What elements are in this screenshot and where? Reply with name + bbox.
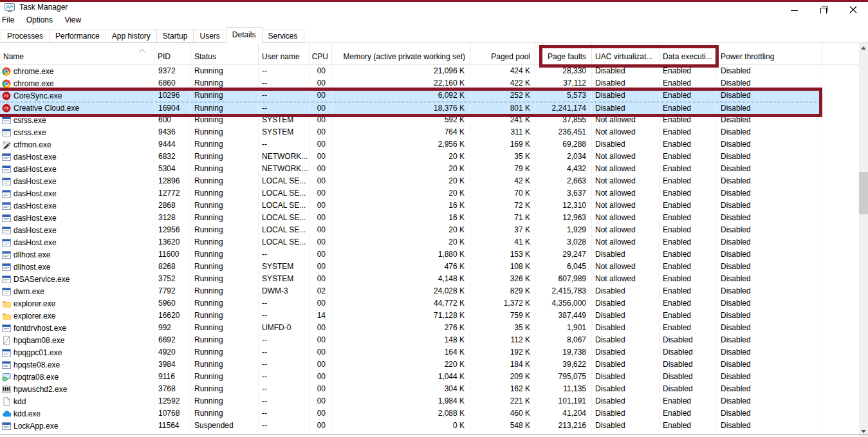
tab-processes[interactable]: Processes bbox=[1, 30, 50, 42]
menu-file[interactable]: File bbox=[2, 14, 14, 26]
tab-services[interactable]: Services bbox=[262, 30, 304, 42]
process-row-creative-cloud.exe[interactable]: Creative Cloud.exe16904Running--0018,376… bbox=[0, 102, 822, 114]
cell-name: csrss.exe bbox=[0, 126, 154, 138]
process-row-dashost.exe[interactable]: dasHost.exe5304RunningNETWORK...0020 K79… bbox=[0, 163, 822, 175]
process-row-hpqgpc01.exe[interactable]: hpqgpc01.exe4920Running--00164 K192 K19,… bbox=[0, 346, 822, 358]
cell-paged_pool: 72 K bbox=[470, 200, 535, 212]
column-header-dep[interactable]: Data executi... bbox=[660, 43, 716, 64]
cell-uac: Disabled bbox=[592, 310, 660, 322]
cell-power: Disabled bbox=[716, 297, 822, 310]
scroll-up-button[interactable] bbox=[859, 43, 868, 52]
cell-cpu: 00 bbox=[309, 65, 332, 77]
column-header-status[interactable]: Status bbox=[191, 43, 259, 64]
process-row-dashost.exe[interactable]: dasHost.exe12956RunningLOCAL SE...0020 K… bbox=[0, 224, 822, 236]
process-name: dllhost.exe bbox=[14, 261, 50, 273]
cell-user: -- bbox=[259, 383, 309, 395]
column-header-cpu[interactable]: CPU bbox=[309, 43, 332, 64]
column-header-pid[interactable]: PID bbox=[154, 43, 191, 64]
barcode-icon bbox=[2, 385, 11, 394]
column-header-name[interactable]: Name bbox=[0, 43, 154, 64]
cell-uac: Disabled bbox=[592, 102, 660, 114]
column-header-power[interactable]: Power throttling bbox=[716, 43, 822, 64]
cell-pid: 12896 bbox=[154, 175, 191, 187]
process-row-hpwuschd2.exe[interactable]: hpwuschd2.exe3768Running--00304 K162 K11… bbox=[0, 383, 822, 395]
process-row-chrome.exe[interactable]: chrome.exe9372Running--0021,096 K424 K28… bbox=[0, 65, 822, 77]
tab-startup[interactable]: Startup bbox=[156, 30, 194, 42]
process-row-dllhost.exe[interactable]: dllhost.exe8268RunningSYSTEM00476 K108 K… bbox=[0, 261, 822, 273]
cell-name: dasHost.exe bbox=[0, 175, 154, 187]
cell-memory: 16 K bbox=[332, 200, 470, 212]
process-row-hpqbam08.exe[interactable]: hpqbam08.exe6692Running--00148 K112 K8,0… bbox=[0, 334, 822, 346]
process-row-dashost.exe[interactable]: dasHost.exe13620RunningLOCAL SE...0020 K… bbox=[0, 236, 822, 248]
cell-page_faults: 236,451 bbox=[535, 126, 592, 138]
process-row-kdd.exe[interactable]: kdd.exe10768Running--002,088 K460 K41,20… bbox=[0, 407, 822, 420]
cell-uac: Disabled bbox=[592, 138, 660, 151]
column-header-memory[interactable]: Memory (active private working set) bbox=[332, 43, 470, 64]
process-row-dllhost.exe[interactable]: dllhost.exe11600Running--001,880 K153 K2… bbox=[0, 248, 822, 261]
process-row-kdd[interactable]: kdd12592Running--001,984 K221 K101,191Di… bbox=[0, 395, 822, 407]
column-header-user[interactable]: User name bbox=[259, 43, 309, 64]
scrollbar-thumb[interactable] bbox=[859, 172, 868, 214]
cell-name: dasHost.exe bbox=[0, 187, 154, 200]
cell-page_faults: 12,963 bbox=[535, 212, 592, 224]
column-header-paged_pool[interactable]: Paged pool bbox=[470, 43, 535, 64]
process-row-dashost.exe[interactable]: dasHost.exe12896RunningLOCAL SE...0020 K… bbox=[0, 175, 822, 187]
process-row-explorer.exe[interactable]: explorer.exe5960Running--0044,772 K1,372… bbox=[0, 297, 822, 310]
task-manager-window: Task Manager File Options View Processes… bbox=[0, 0, 868, 437]
column-header-uac[interactable]: UAC virtualizat... bbox=[592, 43, 660, 64]
process-row-coresync.exe[interactable]: CoreSync.exe10296Running--006,092 K252 K… bbox=[0, 89, 822, 102]
cell-pid: 13620 bbox=[154, 236, 191, 248]
tab-app-history[interactable]: App history bbox=[106, 30, 157, 42]
cell-power: Disabled bbox=[716, 358, 822, 371]
vertical-scrollbar[interactable] bbox=[859, 43, 868, 437]
process-row-csrss.exe[interactable]: csrss.exe9436RunningSYSTEM00764 K311 K23… bbox=[0, 126, 822, 138]
cell-paged_pool: 829 K bbox=[470, 285, 535, 297]
cell-paged_pool: 326 K bbox=[470, 273, 535, 285]
process-row-dwm.exe[interactable]: dwm.exe7792RunningDWM-30224,028 K829 K2,… bbox=[0, 285, 822, 297]
cell-uac: Disabled bbox=[592, 395, 660, 407]
process-name: dasHost.exe bbox=[14, 188, 57, 200]
cell-cpu: 00 bbox=[309, 126, 332, 138]
process-row-lockapp.exe[interactable]: LockApp.exe11564Suspended--000 K548 K213… bbox=[0, 420, 822, 432]
tab-details[interactable]: Details bbox=[226, 27, 263, 43]
cell-user: UMFD-0 bbox=[259, 322, 309, 334]
menu-options[interactable]: Options bbox=[26, 14, 53, 26]
cell-memory: 4,148 K bbox=[332, 273, 470, 285]
column-header-label: Page faults bbox=[548, 52, 586, 61]
cell-status: Running bbox=[191, 151, 259, 163]
process-name: DSAService.exe bbox=[14, 274, 69, 285]
cell-user: -- bbox=[259, 420, 309, 432]
tab-users[interactable]: Users bbox=[193, 30, 226, 42]
cell-page_faults: 2,415,783 bbox=[535, 285, 592, 297]
process-row-dashost.exe[interactable]: dasHost.exe3128RunningLOCAL SE...0016 K7… bbox=[0, 212, 822, 224]
cell-pid: 5960 bbox=[154, 297, 191, 310]
cell-status: Running bbox=[191, 77, 259, 89]
cell-paged_pool: 460 K bbox=[470, 407, 535, 420]
default-exe-icon bbox=[2, 214, 11, 223]
process-row-dashost.exe[interactable]: dasHost.exe6832RunningNETWORK...0020 K35… bbox=[0, 151, 822, 163]
process-row-chrome.exe[interactable]: chrome.exe6860Running--0022,160 K422 K37… bbox=[0, 77, 822, 89]
process-row-hpqste08.exe[interactable]: hpqste08.exe3984Running--00220 K184 K39,… bbox=[0, 358, 822, 371]
cell-name: dasHost.exe bbox=[0, 200, 154, 212]
column-header-page_faults[interactable]: Page faults bbox=[535, 43, 592, 64]
cell-page_faults: 2,663 bbox=[535, 175, 592, 187]
cell-cpu: 00 bbox=[309, 261, 332, 273]
process-row-fontdrvhost.exe[interactable]: fontdrvhost.exe992RunningUMFD-000276 K35… bbox=[0, 322, 822, 334]
process-row-csrss.exe[interactable]: csrss.exe600RunningSYSTEM00592 K241 K37,… bbox=[0, 114, 822, 126]
cell-power: Disabled bbox=[716, 248, 822, 261]
column-header-label: PID bbox=[158, 52, 171, 61]
menubar: File Options View bbox=[0, 14, 868, 26]
process-row-ctfmon.exe[interactable]: ctfmon.exe9444Running--002,956 K169 K69,… bbox=[0, 138, 822, 151]
process-row-dashost.exe[interactable]: dasHost.exe12772RunningLOCAL SE...0020 K… bbox=[0, 187, 822, 200]
process-row-hpqtra08.exe[interactable]: hpqtra08.exe9116Running--001,044 K209 K7… bbox=[0, 371, 822, 383]
tab-performance[interactable]: Performance bbox=[49, 30, 106, 42]
process-row-explorer.exe[interactable]: explorer.exe16620Running--1471,128 K759 … bbox=[0, 310, 822, 322]
menu-view[interactable]: View bbox=[64, 14, 81, 26]
cell-status: Running bbox=[191, 163, 259, 175]
cell-user: -- bbox=[259, 77, 309, 89]
cell-dep: Disabled bbox=[660, 346, 716, 358]
process-row-dsaservice.exe[interactable]: DSAService.exe3752RunningSYSTEM004,148 K… bbox=[0, 273, 822, 285]
process-row-dashost.exe[interactable]: dasHost.exe2868RunningLOCAL SE...0016 K7… bbox=[0, 200, 822, 212]
cell-status: Running bbox=[191, 248, 259, 261]
cell-dep: Enabled bbox=[660, 163, 716, 175]
